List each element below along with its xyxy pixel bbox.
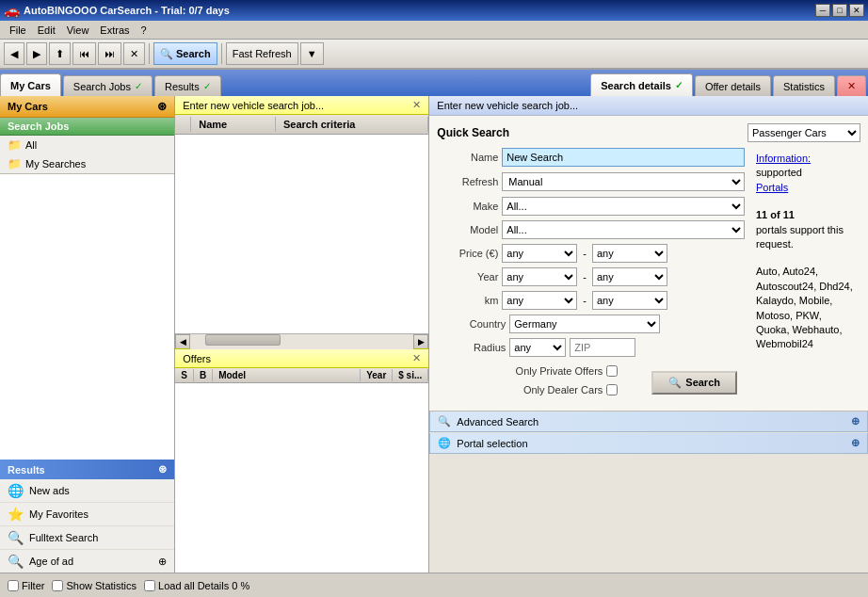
filter-checkbox[interactable] bbox=[8, 580, 19, 591]
scroll-area[interactable] bbox=[190, 334, 413, 349]
tab-my-cars[interactable]: My Cars bbox=[0, 73, 61, 96]
only-private-checkbox[interactable] bbox=[606, 365, 618, 377]
info-link[interactable]: Information: bbox=[756, 153, 811, 164]
results-title: Results bbox=[8, 464, 45, 476]
offers-th-year: Year bbox=[361, 369, 393, 381]
toolbar-last[interactable]: ⏭ bbox=[98, 42, 121, 65]
qs-main-area: Name Refresh Manual bbox=[437, 148, 860, 403]
result-item-fulltext-search[interactable]: 🔍 Fulltext Search bbox=[0, 526, 174, 550]
result-item-new-ads[interactable]: 🌐 New ads bbox=[0, 479, 174, 503]
tab-search-jobs[interactable]: Search Jobs ✓ bbox=[63, 75, 153, 96]
tab-search-details[interactable]: Search details ✓ bbox=[590, 73, 693, 96]
menu-view[interactable]: View bbox=[61, 23, 95, 38]
result-item-age-of-ad[interactable]: 🔍 Age of ad ⊕ bbox=[0, 550, 174, 573]
country-row: Country Germany bbox=[437, 315, 745, 333]
scroll-left-arrow[interactable]: ◀ bbox=[175, 334, 190, 349]
toolbar-forward[interactable]: ▶ bbox=[26, 42, 47, 65]
price-from-select[interactable]: any bbox=[502, 244, 577, 263]
results-collapse-icon[interactable]: ⊛ bbox=[158, 463, 167, 476]
advanced-search-section[interactable]: 🔍 Advanced Search ⊕ bbox=[429, 411, 868, 432]
age-expand-btn[interactable]: ⊕ bbox=[158, 556, 167, 568]
main-search-button[interactable]: 🔍 Search bbox=[651, 371, 737, 395]
tab-search-details-label: Search details bbox=[601, 80, 671, 91]
tree-item-my-searches-label: My Searches bbox=[25, 158, 86, 169]
scroll-right-arrow[interactable]: ▶ bbox=[413, 334, 428, 349]
car-type-select[interactable]: Passenger Cars bbox=[747, 123, 860, 142]
menu-edit[interactable]: Edit bbox=[32, 23, 61, 38]
toolbar-dropdown[interactable]: ▼ bbox=[300, 42, 324, 65]
tab-statistics-label: Statistics bbox=[783, 81, 825, 92]
price-row: Price (€) any - any bbox=[437, 244, 745, 263]
offers-body bbox=[175, 383, 428, 582]
toolbar-fast-refresh[interactable]: Fast Refresh bbox=[226, 42, 298, 65]
price-to-select[interactable]: any bbox=[592, 244, 667, 263]
show-stats-checkbox-label[interactable]: Show Statistics bbox=[52, 580, 137, 591]
my-favorites-label: My Favorites bbox=[29, 508, 88, 520]
advanced-search-icon: 🔍 bbox=[438, 415, 451, 428]
search-jobs-empty-area bbox=[0, 173, 174, 460]
offers-label: Offers bbox=[183, 353, 211, 364]
toolbar-delete[interactable]: ✕ bbox=[123, 42, 145, 65]
tab-results[interactable]: Results ✓ bbox=[154, 75, 221, 96]
tree-item-all[interactable]: 📁 All bbox=[0, 136, 174, 154]
portal-selection-label: Portal selection bbox=[457, 438, 527, 449]
menu-help[interactable]: ? bbox=[136, 23, 153, 38]
year-to-select[interactable]: any bbox=[592, 267, 667, 286]
make-select[interactable]: All... bbox=[502, 197, 745, 216]
km-to-select[interactable]: any bbox=[592, 291, 667, 310]
tab-bar: My Cars Search Jobs ✓ Results ✓ Search d… bbox=[0, 70, 868, 96]
portal-selection-section[interactable]: 🌐 Portal selection ⊕ bbox=[429, 433, 868, 454]
my-cars-collapse-btn[interactable]: ⊛ bbox=[157, 100, 167, 113]
offers-close-btn[interactable]: ✕ bbox=[412, 352, 421, 364]
checkboxes-search-row: Only Private Offers Only Dealer Cars bbox=[437, 362, 745, 403]
model-select[interactable]: All... bbox=[502, 220, 745, 239]
portal-selection-expand-btn[interactable]: ⊕ bbox=[851, 437, 860, 449]
tab-statistics[interactable]: Statistics bbox=[773, 75, 835, 96]
app-title: 🚗 AutoBINGOOO CarSearch - Trial: 0/7 day… bbox=[4, 3, 230, 18]
zip-input[interactable] bbox=[570, 338, 635, 357]
country-select[interactable]: Germany bbox=[509, 315, 660, 333]
title-text: AutoBINGOOO CarSearch - Trial: 0/7 days bbox=[24, 5, 230, 16]
scroll-thumb[interactable] bbox=[205, 334, 281, 346]
only-dealer-checkbox[interactable] bbox=[606, 384, 618, 395]
show-stats-label: Show Statistics bbox=[66, 580, 137, 591]
show-stats-checkbox[interactable] bbox=[52, 580, 63, 591]
qs-header-row: Quick Search Passenger Cars bbox=[437, 123, 860, 142]
name-input[interactable] bbox=[502, 148, 745, 167]
menu-file[interactable]: File bbox=[4, 23, 32, 38]
result-item-my-favorites[interactable]: ⭐ My Favorites bbox=[0, 503, 174, 526]
make-row: Make All... bbox=[437, 197, 745, 216]
toolbar-first[interactable]: ⏮ bbox=[72, 42, 96, 65]
maximize-button[interactable]: □ bbox=[832, 4, 847, 17]
load-all-checkbox-label[interactable]: Load all Details 0 % bbox=[144, 580, 249, 591]
advanced-search-expand-btn[interactable]: ⊕ bbox=[851, 415, 860, 428]
age-of-ad-label: Age of ad bbox=[29, 556, 73, 567]
make-label: Make bbox=[437, 201, 498, 212]
tab-offer-details[interactable]: Offer details bbox=[695, 75, 771, 96]
job-header-close[interactable]: ✕ bbox=[412, 99, 421, 111]
main-search-label: Search bbox=[685, 377, 720, 388]
close-button[interactable]: ✕ bbox=[849, 4, 864, 17]
toolbar-back[interactable]: ◀ bbox=[4, 42, 24, 65]
year-from-select[interactable]: any bbox=[502, 267, 577, 286]
search-label: Search bbox=[176, 48, 211, 59]
filter-checkbox-label[interactable]: Filter bbox=[8, 580, 44, 591]
radius-row: Radius any bbox=[437, 338, 745, 357]
results-header: Results ⊛ bbox=[0, 460, 174, 479]
h-scrollbar[interactable]: ◀ ▶ bbox=[175, 333, 428, 348]
toolbar-search-button[interactable]: 🔍 Search bbox=[153, 42, 217, 65]
toolbar-up[interactable]: ⬆ bbox=[49, 42, 71, 65]
minimize-button[interactable]: ─ bbox=[815, 4, 830, 17]
tab-close-button[interactable]: ✕ bbox=[837, 75, 866, 96]
km-from-select[interactable]: any bbox=[502, 291, 577, 310]
left-sidebar: My Cars ⊛ Search Jobs 📁 All 📁 My Searche… bbox=[0, 96, 175, 597]
radius-select[interactable]: any bbox=[509, 338, 566, 357]
quick-search-title: Quick Search bbox=[437, 126, 509, 139]
tree-item-all-label: All bbox=[25, 139, 37, 151]
tree-item-my-searches[interactable]: 📁 My Searches bbox=[0, 154, 174, 173]
menu-extras[interactable]: Extras bbox=[94, 23, 135, 38]
refresh-select[interactable]: Manual bbox=[502, 172, 745, 191]
load-all-checkbox[interactable] bbox=[144, 580, 155, 591]
portals-link[interactable]: Portals bbox=[756, 182, 788, 193]
titlebar: 🚗 AutoBINGOOO CarSearch - Trial: 0/7 day… bbox=[0, 0, 868, 21]
